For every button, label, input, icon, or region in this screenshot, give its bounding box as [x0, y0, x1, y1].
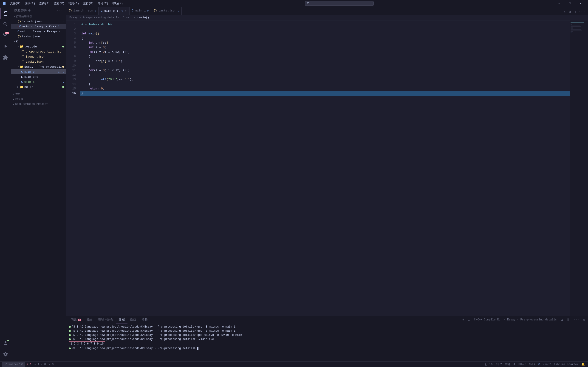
activity-settings[interactable]: [0, 349, 11, 360]
status-spaces[interactable]: 空格: 4: [503, 362, 517, 367]
file-label-main-exe: main.exe: [24, 75, 64, 79]
more-actions-button[interactable]: ···: [578, 9, 586, 15]
panel-add-terminal[interactable]: +: [461, 317, 466, 322]
open-editor-main-i[interactable]: C main.i Essay - Pre-proces... U: [11, 29, 66, 34]
file-main-exe-tree[interactable]: E main.exe: [11, 74, 66, 79]
tab-launch-json[interactable]: {} launch.json U: [66, 7, 99, 15]
panel-actions: + ⌄ C/C++ Compile Run - Essay - Pre-proc…: [461, 317, 586, 322]
code-content[interactable]: #include<stdio.h> int main () {: [78, 20, 570, 316]
code-token: [: [101, 41, 103, 45]
panel-launch-profile[interactable]: ⌄: [467, 317, 471, 322]
status-encoding[interactable]: UTF-8: [517, 362, 527, 367]
close-icon-main-c[interactable]: ✕: [17, 25, 19, 28]
terminal-cursor: [197, 347, 199, 350]
file-main-i-tree[interactable]: C main.i U: [11, 79, 66, 84]
terminal-content[interactable]: PS E:\C language new project\routine\cod…: [66, 324, 588, 361]
breadcrumb-symbol[interactable]: main(): [139, 16, 149, 19]
menu-terminal[interactable]: 终端(T): [96, 1, 110, 6]
timeline-arrow: ▶: [13, 98, 15, 101]
tab-label-main-c: main.c 1,: [104, 9, 120, 13]
activity-run[interactable]: [0, 41, 11, 52]
status-notifications[interactable]: 🔔: [580, 362, 586, 367]
sidebar-title: 资源管理器: [14, 9, 31, 13]
folder-vscode[interactable]: ▾ 📁 .vscode: [11, 44, 66, 49]
tab-main-c[interactable]: C main.c 1, U ✕: [99, 7, 130, 15]
file-main-c-tree[interactable]: C main.c 1, U: [11, 69, 66, 74]
folder-hello[interactable]: ▶ 📁 hello: [11, 84, 66, 90]
open-editor-tasks-json[interactable]: {} tasks.json U: [11, 34, 66, 39]
status-errors[interactable]: ⊗ 1: [25, 362, 33, 367]
tab-close-main-c[interactable]: ✕: [124, 9, 127, 13]
panel-tab-ports[interactable]: 端口: [128, 316, 139, 323]
outline-section[interactable]: ▶ 大纲: [11, 91, 66, 97]
code-token: #include<stdio.h>: [81, 22, 112, 27]
position-text: 行 16, 列 2: [485, 362, 502, 366]
panel-tab-output[interactable]: 输出: [84, 316, 95, 323]
folder-essay[interactable]: ▾ 📁 Essay - Pre-processing details: [11, 64, 66, 69]
status-git-branch[interactable]: ⎇ master* ⟳: [2, 362, 25, 367]
code-line-1: #include<stdio.h>: [80, 22, 570, 27]
code-token: (i =: [94, 50, 103, 54]
panel-kill-terminal[interactable]: 🗑: [565, 317, 571, 322]
menu-goto[interactable]: 转到(G): [67, 1, 81, 6]
breadcrumb-folder[interactable]: Essay - Pre-processing details: [69, 16, 119, 19]
keil-label: KEIL UVISION PROJECT: [15, 103, 48, 106]
activity-explorer[interactable]: [0, 8, 11, 19]
file-launch-json-tree[interactable]: {} launch.json U: [11, 54, 66, 59]
menu-view[interactable]: 查看(V): [52, 1, 66, 6]
panel-tab-comments[interactable]: 注释: [139, 316, 150, 323]
status-info[interactable]: ✕ 0: [47, 362, 55, 367]
code-line-16: }: [80, 91, 570, 96]
panel-tab-debug[interactable]: 调试控制台: [95, 316, 116, 323]
open-editors-header[interactable]: ▾ 打开的编辑器: [11, 14, 66, 19]
terminal-line-3: PS E:\C language new project\routine\cod…: [69, 333, 585, 337]
menu-edit[interactable]: 编辑(E): [23, 1, 37, 6]
activity-extensions[interactable]: [0, 52, 11, 63]
minimize-button[interactable]: ─: [554, 0, 565, 7]
search-input[interactable]: [305, 1, 374, 6]
code-token: [: [124, 77, 126, 82]
open-editor-label-main-i: main.i Essay - Pre-proces...: [20, 30, 63, 33]
code-token: (: [106, 77, 108, 82]
folder-essay-dot: [62, 66, 64, 68]
encoding-text: UTF-8: [518, 363, 526, 366]
file-c-cpp-properties[interactable]: {} c_cpp_properties.json U: [11, 49, 66, 54]
panel-tab-problems[interactable]: 问题 1: [68, 316, 84, 323]
status-line-ending[interactable]: CRLF: [527, 362, 537, 367]
run-button[interactable]: ▷: [563, 9, 567, 15]
open-editor-launch-json[interactable]: {} launch.json U: [11, 19, 66, 24]
panel-more[interactable]: ···: [572, 317, 580, 322]
status-tabnine[interactable]: tabnine starter: [552, 362, 580, 367]
status-language[interactable]: C: [537, 362, 541, 367]
activity-account[interactable]: [0, 338, 11, 349]
line-num-10: 10: [66, 64, 76, 68]
tabnine-text: tabnine starter: [554, 363, 579, 366]
split-editor-button[interactable]: ⊟: [573, 9, 577, 15]
activity-source-control[interactable]: 14: [0, 30, 11, 41]
breadcrumb-file[interactable]: C main.c: [122, 16, 136, 19]
timeline-section[interactable]: ▶ 时间线: [11, 97, 66, 102]
menu-select[interactable]: 选择(S): [37, 1, 52, 6]
open-editor-main-c[interactable]: ✕ C main.c Essay - Pre-proc... 1, U: [11, 24, 66, 29]
tab-tasks-json[interactable]: {} tasks.json U: [151, 7, 182, 15]
close-button[interactable]: ✕: [575, 0, 586, 7]
panel-split-terminal[interactable]: ⊟: [560, 317, 564, 322]
status-warnings[interactable]: ⚠ 1 △ 0: [33, 362, 47, 367]
status-platform[interactable]: Win32: [541, 362, 552, 367]
menu-help[interactable]: 帮助(H): [111, 1, 125, 6]
panel-tab-terminal[interactable]: 终端: [116, 316, 128, 323]
folder-c[interactable]: ▾ C: [11, 39, 66, 44]
panel-close[interactable]: ✕: [582, 317, 586, 322]
window-controls: ─ □ ✕: [554, 0, 586, 7]
maximize-button[interactable]: □: [565, 0, 575, 7]
settings-button[interactable]: ⚙: [568, 9, 572, 15]
file-tasks-json-tree[interactable]: {} tasks.json U: [11, 59, 66, 64]
menu-run[interactable]: 运行(R): [81, 1, 95, 6]
menu-file[interactable]: 文件(F): [8, 1, 23, 6]
keil-section[interactable]: ▶ KEIL UVISION PROJECT: [11, 102, 66, 106]
tab-main-i[interactable]: C main.i U: [130, 7, 151, 15]
activity-search[interactable]: [0, 19, 11, 30]
sidebar-more-actions[interactable]: ···: [57, 9, 63, 13]
tab-badge-main-c: U: [121, 9, 123, 12]
status-position[interactable]: 行 16, 列 2: [484, 362, 503, 367]
